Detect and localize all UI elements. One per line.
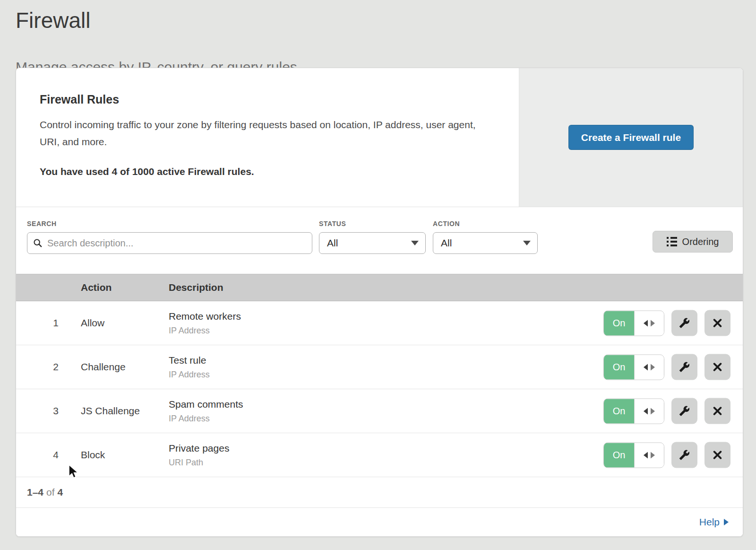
rule-description: Private pages xyxy=(169,443,229,454)
delete-rule-button[interactable] xyxy=(704,354,730,380)
rule-priority: 3 xyxy=(16,389,59,433)
arrow-right-icon xyxy=(651,408,655,414)
delete-rule-button[interactable] xyxy=(704,398,730,424)
rule-match-type: IP Address xyxy=(169,414,243,424)
help-bar: Help xyxy=(16,508,743,536)
rule-priority: 4 xyxy=(16,433,59,477)
pagination-bar: 1–4 of 4 xyxy=(16,477,743,508)
rule-description-cell: Private pages URI Path xyxy=(169,443,229,468)
wrench-icon xyxy=(679,362,690,373)
ordered-list-icon xyxy=(667,237,677,246)
rule-enabled-toggle[interactable]: On xyxy=(603,398,664,424)
pagination-total: 4 xyxy=(58,487,63,498)
arrow-left-icon xyxy=(644,452,648,458)
search-label: SEARCH xyxy=(27,220,57,227)
toggle-arrows-segment[interactable] xyxy=(634,311,664,335)
delete-rule-button[interactable] xyxy=(704,310,730,336)
edit-rule-button[interactable] xyxy=(671,398,697,424)
search-input[interactable] xyxy=(47,238,306,249)
toggle-on-segment[interactable]: On xyxy=(604,311,634,335)
help-link-label: Help xyxy=(699,516,720,528)
rule-action: Allow xyxy=(81,301,104,345)
rule-row: 2 Challenge Test rule IP Address On xyxy=(16,345,743,389)
toggle-on-segment[interactable]: On xyxy=(604,443,634,467)
action-select-value: All xyxy=(441,237,452,249)
firewall-rules-usage: You have used 4 of 1000 active Firewall … xyxy=(40,166,490,177)
arrow-left-icon xyxy=(644,320,648,326)
rule-enabled-toggle[interactable]: On xyxy=(603,310,664,336)
edit-rule-button[interactable] xyxy=(671,354,697,380)
toggle-on-segment[interactable]: On xyxy=(604,399,634,423)
rule-description: Spam comments xyxy=(169,399,243,410)
firewall-rules-card: Firewall Rules Control incoming traffic … xyxy=(16,68,743,537)
rule-controls: On xyxy=(603,354,730,380)
search-box[interactable] xyxy=(27,232,312,254)
rule-description-cell: Spam comments IP Address xyxy=(169,399,243,424)
rule-controls: On xyxy=(603,310,730,336)
status-select-value: All xyxy=(327,237,338,249)
rule-row: 1 Allow Remote workers IP Address On xyxy=(16,301,743,345)
arrow-right-icon xyxy=(724,519,729,525)
rule-controls: On xyxy=(603,442,730,468)
wrench-icon xyxy=(679,318,690,329)
toggle-on-segment[interactable]: On xyxy=(604,355,634,379)
toggle-arrows-segment[interactable] xyxy=(634,399,664,423)
rule-enabled-toggle[interactable]: On xyxy=(603,354,664,380)
create-firewall-rule-button[interactable]: Create a Firewall rule xyxy=(568,125,694,150)
help-link[interactable]: Help xyxy=(699,516,729,528)
rule-match-type: IP Address xyxy=(169,326,241,336)
search-icon xyxy=(33,238,43,248)
rule-action: JS Challenge xyxy=(81,389,140,433)
arrow-right-icon xyxy=(651,320,655,326)
wrench-icon xyxy=(679,450,690,461)
status-select[interactable]: All xyxy=(319,232,426,254)
rule-match-type: URI Path xyxy=(169,458,229,468)
action-label: ACTION xyxy=(433,220,460,227)
rules-card-top-section: Firewall Rules Control incoming traffic … xyxy=(16,68,743,207)
close-icon xyxy=(713,450,722,460)
column-header-action: Action xyxy=(81,274,112,301)
column-header-description: Description xyxy=(169,274,223,301)
rule-description-cell: Test rule IP Address xyxy=(169,355,210,380)
toggle-arrows-segment[interactable] xyxy=(634,443,664,467)
status-label: STATUS xyxy=(319,220,346,227)
rule-description-cell: Remote workers IP Address xyxy=(169,311,241,336)
rule-priority: 2 xyxy=(16,345,59,389)
delete-rule-button[interactable] xyxy=(704,442,730,468)
rule-row: 4 Block Private pages URI Path On xyxy=(16,433,743,477)
edit-rule-button[interactable] xyxy=(671,442,697,468)
ordering-button[interactable]: Ordering xyxy=(653,231,733,253)
rules-card-intro: Firewall Rules Control incoming traffic … xyxy=(16,68,519,207)
arrow-left-icon xyxy=(644,364,648,370)
toggle-arrows-segment[interactable] xyxy=(634,355,664,379)
rules-table-header: Action Description xyxy=(16,274,743,301)
action-select[interactable]: All xyxy=(433,232,538,254)
rule-description: Remote workers xyxy=(169,311,241,322)
chevron-down-icon xyxy=(523,241,531,245)
ordering-button-label: Ordering xyxy=(682,236,719,247)
close-icon xyxy=(713,362,722,372)
rule-enabled-toggle[interactable]: On xyxy=(603,442,664,468)
rule-controls: On xyxy=(603,398,730,424)
wrench-icon xyxy=(679,406,690,417)
rules-card-aside: Create a Firewall rule xyxy=(519,68,743,207)
close-icon xyxy=(713,406,722,416)
firewall-page: Firewall Manage access by IP, country, o… xyxy=(0,0,756,550)
rule-description: Test rule xyxy=(169,355,210,366)
pagination-range: 1–4 xyxy=(27,487,43,498)
rule-action: Challenge xyxy=(81,345,126,389)
chevron-down-icon xyxy=(411,241,419,245)
rule-priority: 1 xyxy=(16,301,59,345)
close-icon xyxy=(713,318,722,328)
rule-row: 3 JS Challenge Spam comments IP Address … xyxy=(16,389,743,433)
filters-bar: SEARCH STATUS All ACTION All xyxy=(16,207,743,274)
firewall-rules-description: Control incoming traffic to your zone by… xyxy=(40,116,489,150)
firewall-rules-heading: Firewall Rules xyxy=(40,93,490,106)
rule-action: Block xyxy=(81,433,105,477)
pagination-of-text: of xyxy=(46,487,55,498)
rule-match-type: IP Address xyxy=(169,370,210,380)
arrow-right-icon xyxy=(651,452,655,458)
page-title: Firewall xyxy=(16,9,90,31)
edit-rule-button[interactable] xyxy=(671,310,697,336)
arrow-left-icon xyxy=(644,408,648,414)
